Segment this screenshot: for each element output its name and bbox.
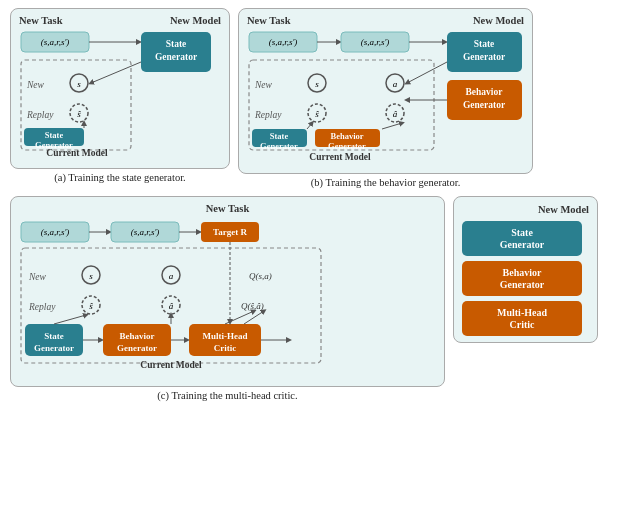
svg-text:Current Model: Current Model xyxy=(140,360,202,370)
svg-text:Replay: Replay xyxy=(26,110,54,120)
svg-text:Behavior: Behavior xyxy=(330,131,363,141)
svg-text:Q(ŝ,â): Q(ŝ,â) xyxy=(241,301,264,311)
caption-c: (c) Training the multi-head critic. xyxy=(157,390,297,401)
top-row: New Task New Model (s,a,r,s') State Gene… xyxy=(10,8,630,188)
svg-text:State: State xyxy=(44,331,64,341)
b-new-task-label: New Task xyxy=(247,15,290,26)
svg-text:State: State xyxy=(45,130,64,140)
c-new-model-label: New Model xyxy=(538,204,589,215)
svg-text:Generator: Generator xyxy=(260,141,298,151)
svg-text:State: State xyxy=(474,39,495,49)
svg-text:New: New xyxy=(26,80,45,90)
a-new-model-label: New Model xyxy=(170,15,221,26)
b-new-model-label: New Model xyxy=(473,15,524,26)
diagram-c: New Task (s,a,r,s') (s,a,r,s' xyxy=(10,196,445,401)
svg-line-88 xyxy=(244,311,264,324)
svg-text:Replay: Replay xyxy=(254,110,282,120)
svg-text:Generator: Generator xyxy=(463,100,506,110)
svg-text:Generator: Generator xyxy=(34,343,74,353)
svg-text:Target R: Target R xyxy=(213,227,247,237)
svg-text:Current Model: Current Model xyxy=(309,152,371,162)
svg-text:(s,a,r,s'): (s,a,r,s') xyxy=(41,37,70,47)
svg-text:a: a xyxy=(393,79,398,89)
svg-text:(s,a,r,s'): (s,a,r,s') xyxy=(361,37,390,47)
svg-text:(s,a,r,s'): (s,a,r,s') xyxy=(41,227,70,237)
a-new-task-label: New Task xyxy=(19,15,62,26)
svg-text:Q(s,a): Q(s,a) xyxy=(249,271,272,281)
svg-line-82 xyxy=(54,315,86,324)
diagram-c-svg: (s,a,r,s') (s,a,r,s') Target R New xyxy=(19,218,444,378)
main-container: New Task New Model (s,a,r,s') State Gene… xyxy=(0,0,640,519)
svg-text:ŝ: ŝ xyxy=(77,109,81,119)
svg-text:(s,a,r,s'): (s,a,r,s') xyxy=(269,37,298,47)
bottom-row: New Task (s,a,r,s') (s,a,r,s' xyxy=(10,196,630,401)
svg-text:Current Model: Current Model xyxy=(46,148,108,158)
svg-text:ŝ: ŝ xyxy=(315,109,319,119)
svg-text:Generator: Generator xyxy=(328,141,366,151)
svg-line-50 xyxy=(382,123,402,129)
svg-line-16 xyxy=(91,62,141,83)
svg-line-48 xyxy=(407,62,447,83)
svg-line-87 xyxy=(225,311,254,324)
svg-text:State: State xyxy=(166,39,187,49)
svg-text:a: a xyxy=(169,271,174,281)
svg-text:Generator: Generator xyxy=(463,52,506,62)
svg-text:Behavior: Behavior xyxy=(466,87,504,97)
svg-text:s: s xyxy=(315,79,319,89)
new-model-boxes: State Generator Behavior Generator Multi… xyxy=(462,221,589,336)
svg-text:Critic: Critic xyxy=(214,343,237,353)
svg-text:Multi-Head: Multi-Head xyxy=(203,331,248,341)
state-gen-box: State Generator xyxy=(462,221,582,256)
svg-text:New: New xyxy=(28,272,47,282)
svg-text:Behavior: Behavior xyxy=(120,331,155,341)
new-model-panel: New Model State Generator Behavior Gener… xyxy=(453,196,598,343)
diagram-a: New Task New Model (s,a,r,s') State Gene… xyxy=(10,8,230,183)
svg-text:New: New xyxy=(254,80,273,90)
svg-text:Generator: Generator xyxy=(155,52,198,62)
diagram-a-svg: (s,a,r,s') State Generator New s Re xyxy=(19,30,229,160)
svg-text:Replay: Replay xyxy=(28,302,56,312)
diagram-b-svg: (s,a,r,s') (s,a,r,s') State Generator Be… xyxy=(247,30,532,165)
behavior-gen-box: Behavior Generator xyxy=(462,261,582,296)
svg-text:â: â xyxy=(393,109,398,119)
svg-text:s: s xyxy=(89,271,93,281)
svg-text:s: s xyxy=(77,79,81,89)
caption-b: (b) Training the behavior generator. xyxy=(311,177,461,188)
caption-a: (a) Training the state generator. xyxy=(54,172,186,183)
svg-text:Generator: Generator xyxy=(117,343,157,353)
c-new-task-label: New Task xyxy=(206,203,249,214)
svg-text:(s,a,r,s'): (s,a,r,s') xyxy=(131,227,160,237)
svg-text:State: State xyxy=(270,131,289,141)
svg-text:ŝ: ŝ xyxy=(89,301,93,311)
diagram-b: New Task New Model (s,a,r,s') xyxy=(238,8,533,188)
svg-line-51 xyxy=(307,123,312,129)
multihead-box: Multi-Head Critic xyxy=(462,301,582,336)
svg-text:â: â xyxy=(169,301,174,311)
